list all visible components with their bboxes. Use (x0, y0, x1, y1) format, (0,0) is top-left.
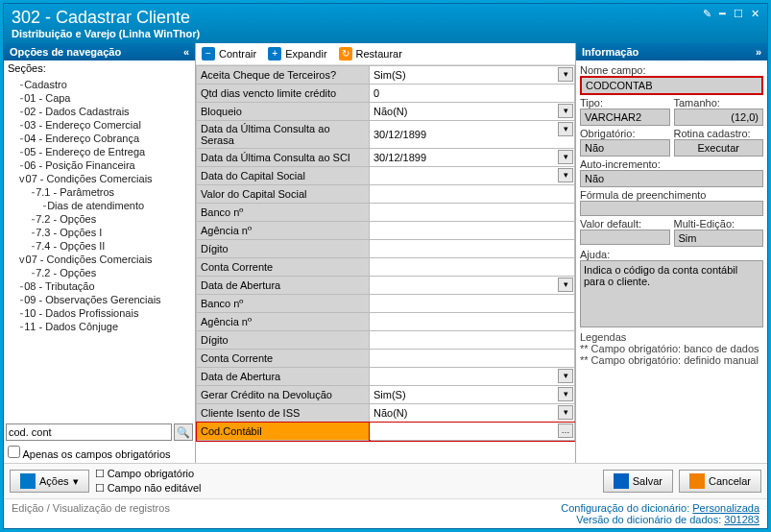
dropdown-icon[interactable]: ▾ (558, 150, 573, 164)
grid-label: Conta Corrente (197, 350, 370, 368)
grid-input[interactable] (373, 334, 553, 346)
grid-value[interactable] (370, 313, 575, 331)
tree-item[interactable]: 07 - Condições Comerciais (8, 253, 191, 266)
grid-row: Agência nº (197, 313, 575, 331)
tree-item[interactable]: Cadastro (8, 78, 191, 91)
grid-input[interactable] (373, 69, 553, 81)
grid-value[interactable] (370, 222, 575, 240)
lookup-button[interactable]: … (558, 423, 573, 438)
nav-search-button[interactable]: 🔍 (174, 423, 193, 441)
minimize-icon[interactable]: ━ (719, 8, 726, 20)
grid-input[interactable] (373, 188, 553, 200)
grid-value[interactable] (370, 240, 575, 258)
grid-label: Data da Última Consulta ao SCI (197, 149, 370, 167)
grid-value[interactable] (370, 331, 575, 350)
grid-value[interactable]: ▾ (370, 103, 575, 121)
grid-input[interactable] (373, 170, 553, 181)
grid-value[interactable]: ▾ (370, 149, 575, 167)
grid-value[interactable] (370, 185, 575, 204)
grid-input[interactable] (373, 279, 553, 291)
tree-item[interactable]: 04 - Endereço Cobrança (8, 132, 191, 145)
close-icon[interactable]: ✕ (751, 8, 759, 20)
tree-item[interactable]: 10 - Dados Profissionais (8, 306, 191, 320)
tree-item[interactable]: 01 - Capa (8, 91, 191, 105)
grid-input[interactable] (373, 152, 553, 163)
version-link[interactable]: 301283 (724, 514, 759, 525)
grid-input[interactable] (373, 243, 553, 254)
tree-item[interactable]: 11 - Dados Cônjuge (8, 320, 191, 333)
grid-input[interactable] (373, 87, 553, 99)
grid-row: Gerar Crédito na Devolução▾ (197, 386, 575, 404)
dropdown-icon[interactable]: ▾ (558, 278, 573, 292)
grid-input[interactable] (373, 407, 553, 419)
ajuda-value: Indica o código da conta contábil para o… (580, 260, 763, 327)
acoes-button[interactable]: Ações▾ (10, 470, 89, 493)
info-collapse-icon[interactable]: » (756, 46, 761, 58)
tree-item[interactable]: 08 - Tributação (8, 279, 191, 293)
tree-item[interactable]: 7.3 - Opções I (8, 226, 191, 239)
config-link[interactable]: Personalizada (692, 502, 759, 514)
dropdown-icon[interactable]: ▾ (558, 122, 573, 136)
grid-input[interactable] (373, 298, 553, 309)
filter-checkbox[interactable]: Apenas os campos obrigatórios (8, 448, 171, 460)
grid-value[interactable] (370, 295, 575, 313)
property-grid: Aceita Cheque de Terceiros?▾Qtd dias ven… (196, 65, 575, 463)
cancelar-button[interactable]: Cancelar (679, 470, 761, 493)
grid-value[interactable]: ▾ (370, 404, 575, 423)
tree-item[interactable]: 7.1 - Parâmetros (8, 185, 191, 199)
nav-collapse-icon[interactable]: « (183, 46, 189, 58)
grid-input[interactable] (373, 425, 553, 437)
dropdown-icon[interactable]: ▾ (558, 104, 573, 118)
tamanho-label: Tamanho: (674, 97, 764, 109)
grid-value[interactable] (370, 85, 575, 103)
tree-item[interactable]: 09 - Observações Gerenciais (8, 293, 191, 306)
dropdown-icon[interactable]: ▾ (558, 387, 573, 401)
grid-input[interactable] (373, 206, 553, 218)
tree-item[interactable]: Dias de atendimento (8, 199, 191, 212)
nav-tree[interactable]: Cadastro01 - Capa02 - Dados Cadastrais03… (8, 78, 191, 333)
salvar-button[interactable]: Salvar (603, 470, 673, 493)
grid-input[interactable] (373, 389, 553, 400)
nav-search-input[interactable] (6, 423, 172, 441)
grid-input[interactable] (373, 129, 553, 140)
tree-item[interactable]: 03 - Endereço Comercial (8, 118, 191, 132)
grid-value[interactable] (370, 258, 575, 277)
dropdown-icon[interactable]: ▾ (558, 67, 573, 82)
grid-input[interactable] (373, 352, 553, 364)
edit-icon[interactable]: ✎ (703, 8, 711, 20)
tree-item[interactable]: 06 - Posição Financeira (8, 158, 191, 172)
grid-input[interactable] (373, 225, 553, 236)
grid-input[interactable] (373, 261, 553, 273)
grid-value[interactable]: ▾ (370, 277, 575, 295)
grid-input[interactable] (373, 106, 553, 117)
restore-icon: ↻ (339, 47, 352, 60)
grid-row: Dígito (197, 331, 575, 350)
grid-value[interactable]: ▾ (370, 167, 575, 185)
tree-item[interactable]: 7.4 - Opções II (8, 239, 191, 253)
dropdown-icon[interactable]: ▾ (558, 369, 573, 383)
grid-value[interactable]: ▾ (370, 121, 575, 149)
restaurar-button[interactable]: ↻Restaurar (339, 47, 402, 60)
grid-value[interactable]: ▾ (370, 368, 575, 386)
grid-value[interactable] (370, 350, 575, 368)
grid-value[interactable]: … (370, 423, 575, 441)
tree-item[interactable]: 7.2 - Opções (8, 212, 191, 226)
tree-item[interactable]: 07 - Condições Comerciais (8, 172, 191, 185)
grid-input[interactable] (373, 371, 553, 382)
dropdown-icon[interactable]: ▾ (558, 168, 573, 182)
multi-label: Multi-Edição: (674, 218, 764, 230)
tree-item[interactable]: 02 - Dados Cadastrais (8, 105, 191, 118)
dropdown-icon[interactable]: ▾ (558, 405, 573, 420)
grid-value[interactable]: ▾ (370, 386, 575, 404)
grid-label: Agência nº (197, 222, 370, 240)
grid-value[interactable]: ▾ (370, 66, 575, 85)
grid-input[interactable] (373, 316, 553, 327)
executar-button[interactable]: Executar (674, 139, 764, 157)
tree-item[interactable]: 05 - Endereço de Entrega (8, 145, 191, 158)
maximize-icon[interactable]: ☐ (734, 8, 743, 20)
expandir-button[interactable]: +Expandir (268, 47, 326, 60)
contrair-button[interactable]: −Contrair (202, 47, 256, 60)
grid-value[interactable] (370, 204, 575, 222)
grid-label: Qtd dias vencto limite crédito (197, 85, 370, 103)
tree-item[interactable]: 7.2 - Opções (8, 266, 191, 279)
